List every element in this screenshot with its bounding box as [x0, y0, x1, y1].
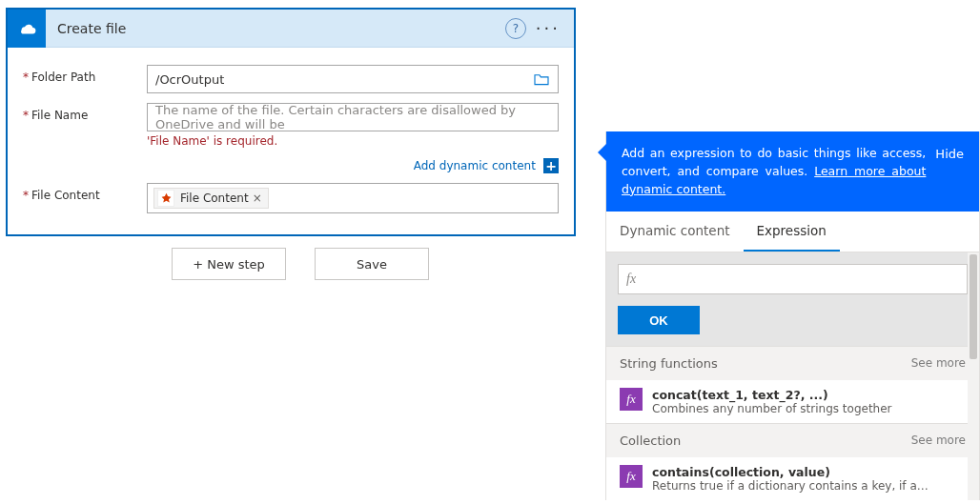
folder-path-label: Folder Path — [31, 71, 95, 84]
card-header[interactable]: Create file ? ··· — [8, 10, 574, 48]
onedrive-icon — [8, 10, 46, 48]
function-icon: fx — [620, 388, 643, 411]
folder-picker-icon[interactable] — [533, 72, 550, 86]
panel-scrollbar[interactable] — [968, 252, 979, 500]
function-contains[interactable]: fx contains(collection, value) Returns t… — [606, 457, 979, 500]
function-concat[interactable]: fx concat(text_1, text_2?, ...) Combines… — [606, 380, 979, 423]
scrollbar-thumb[interactable] — [970, 254, 977, 359]
expression-input[interactable]: fx — [618, 264, 968, 294]
function-icon: fx — [620, 465, 643, 488]
token-label: File Content — [180, 192, 249, 205]
hide-panel-button[interactable]: Hide — [935, 145, 964, 198]
add-dynamic-content-link[interactable]: Add dynamic content — [414, 159, 536, 172]
group-title-collection: Collection — [620, 433, 911, 448]
required-star: * — [23, 109, 29, 122]
see-more-collection[interactable]: See more — [911, 433, 966, 448]
more-icon[interactable]: ··· — [536, 20, 561, 37]
see-more-string[interactable]: See more — [911, 356, 966, 371]
tab-dynamic-content[interactable]: Dynamic content — [606, 212, 744, 252]
panel-header: Add an expression to do basic things lik… — [606, 131, 979, 212]
required-star: * — [23, 189, 29, 202]
create-file-card: Create file ? ··· *Folder Path /OcrOutpu… — [6, 8, 576, 236]
file-name-error: 'File Name' is required. — [147, 134, 559, 148]
folder-path-input[interactable]: /OcrOutput — [147, 65, 559, 93]
expression-panel: Add an expression to do basic things lik… — [605, 131, 980, 500]
card-title: Create file — [46, 21, 505, 36]
help-icon[interactable]: ? — [505, 18, 526, 39]
group-title-string: String functions — [620, 356, 911, 371]
fx-icon: fx — [626, 272, 636, 287]
file-name-label: File Name — [31, 109, 88, 122]
file-content-label: File Content — [31, 189, 100, 202]
api-token-icon — [157, 190, 174, 207]
add-dynamic-content-plus-icon[interactable]: + — [543, 158, 559, 173]
token-remove-icon[interactable]: × — [253, 192, 262, 205]
file-content-token[interactable]: File Content × — [153, 188, 269, 209]
save-button[interactable]: Save — [315, 248, 429, 280]
card-body: *Folder Path /OcrOutput *File Name The n… — [8, 48, 574, 234]
tab-expression[interactable]: Expression — [744, 212, 840, 252]
file-content-input[interactable]: File Content × — [147, 183, 559, 213]
file-name-input[interactable]: The name of the file. Certain characters… — [147, 103, 559, 131]
panel-callout-arrow — [598, 143, 607, 162]
required-star: * — [23, 71, 29, 84]
ok-button[interactable]: OK — [618, 306, 700, 334]
new-step-button[interactable]: + New step — [172, 248, 286, 280]
